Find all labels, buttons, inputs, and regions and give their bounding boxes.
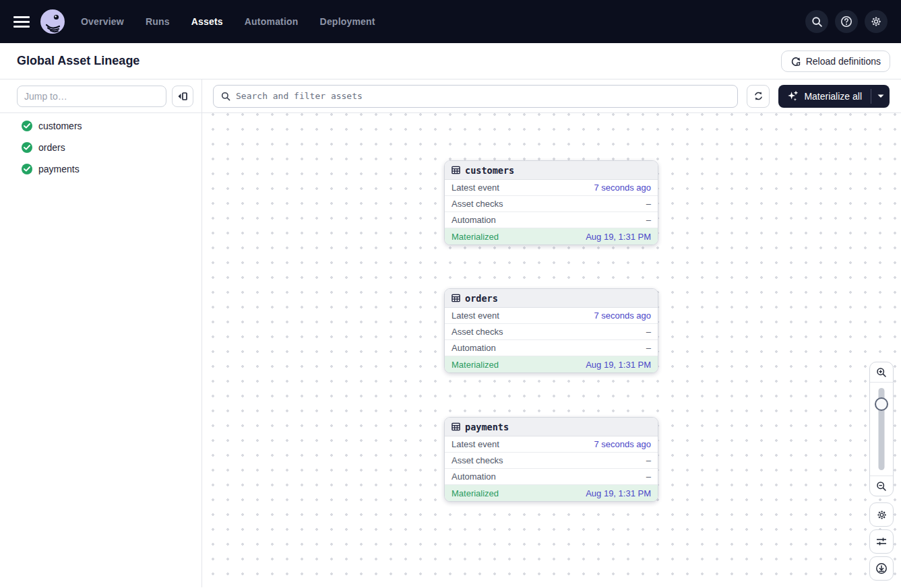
materialized-timestamp[interactable]: Aug 19, 1:31 PM [586,232,651,242]
download-image-button[interactable] [869,556,894,581]
graph-settings-button[interactable] [869,502,894,527]
reload-definitions-label: Reload definitions [806,56,881,67]
status-badge: Materialized [452,232,499,242]
asset-node-payments[interactable]: payments Latest event 7 seconds ago Asse… [444,417,658,502]
table-icon [452,294,460,302]
nav-item-runs[interactable]: Runs [146,16,170,27]
asset-search-box[interactable] [213,85,738,108]
materialized-check-icon [22,164,32,174]
zoom-in-icon [876,367,887,378]
reload-definitions-button[interactable]: Reload definitions [781,51,890,72]
materialized-status-row: Materialized Aug 19, 1:31 PM [445,485,658,501]
asset-search-input[interactable] [236,91,730,101]
hamburger-menu-icon[interactable] [13,13,31,30]
latest-event-row: Latest event 7 seconds ago [445,180,658,196]
chevron-down-icon [877,94,884,98]
automation-row: Automation – [445,212,658,228]
row-label: Asset checks [452,199,503,209]
settings-icon[interactable] [865,10,888,33]
materialized-status-row: Materialized Aug 19, 1:31 PM [445,356,658,372]
collapse-sidebar-button[interactable] [172,86,193,107]
row-value: – [646,455,651,465]
lineage-graph-canvas[interactable]: customers Latest event 7 seconds ago Ass… [202,113,901,587]
refresh-graph-button[interactable] [747,85,770,108]
asset-node-header[interactable]: payments [445,418,658,436]
asset-name: orders [38,142,65,153]
top-navigation-bar: Overview Runs Assets Automation Deployme… [0,0,901,43]
materialize-all-label: Materialize all [804,91,862,102]
automation-row: Automation – [445,340,658,356]
zoom-out-button[interactable] [870,476,893,496]
zoom-out-icon [876,481,887,492]
materialized-timestamp[interactable]: Aug 19, 1:31 PM [586,360,651,370]
asset-node-title: orders [465,293,498,304]
sidebar-item-payments[interactable]: payments [0,158,201,180]
row-value: – [646,343,651,353]
materialized-check-icon [22,121,32,131]
asset-node-orders[interactable]: orders Latest event 7 seconds ago Asset … [444,288,658,373]
asset-node-header[interactable]: customers [445,161,658,180]
nav-right-actions [805,10,888,33]
sliders-icon [876,537,887,546]
row-label: Asset checks [452,327,503,337]
jump-to-input[interactable] [17,86,166,107]
gear-icon [876,509,888,521]
lineage-main-area: Materialize all customers Latest event 7… [202,79,901,587]
page-header: Global Asset Lineage Reload definitions [0,43,901,79]
asset-checks-row: Asset checks – [445,453,658,469]
primary-nav: Overview Runs Assets Automation Deployme… [81,16,375,27]
asset-node-title: customers [465,165,514,176]
row-value: – [646,327,651,337]
materialized-status-row: Materialized Aug 19, 1:31 PM [445,228,658,244]
row-label: Latest event [452,183,499,193]
sidebar-toolbar [0,79,201,113]
latest-event-time[interactable]: 7 seconds ago [594,439,651,449]
refresh-cycle-icon [753,90,764,102]
zoom-controls [869,362,894,496]
zoom-slider[interactable] [870,383,893,476]
reload-icon [790,56,801,67]
sidebar-item-orders[interactable]: orders [0,137,201,158]
nav-item-overview[interactable]: Overview [81,16,124,27]
automation-row: Automation – [445,469,658,485]
row-value: – [646,199,651,209]
latest-event-row: Latest event 7 seconds ago [445,436,658,453]
page-title: Global Asset Lineage [17,54,139,68]
zoom-slider-handle[interactable] [875,397,888,411]
materialized-timestamp[interactable]: Aug 19, 1:31 PM [586,488,651,498]
row-label: Latest event [452,311,499,321]
asset-name: customers [38,121,82,131]
download-icon [875,562,888,575]
asset-sidebar: customers orders payments [0,79,202,587]
materialized-check-icon [22,142,32,153]
materialize-dropdown-caret[interactable] [871,85,890,108]
nav-item-automation[interactable]: Automation [245,16,299,27]
row-label: Latest event [452,439,499,449]
row-value: – [646,471,651,482]
row-label: Automation [452,343,496,353]
asset-node-header[interactable]: orders [445,289,658,308]
asset-name: payments [38,164,80,174]
materialize-all-button-group: Materialize all [778,85,890,108]
asset-checks-row: Asset checks – [445,324,658,340]
graph-filters-button[interactable] [869,529,894,554]
asset-node-customers[interactable]: customers Latest event 7 seconds ago Ass… [444,160,658,245]
materialize-all-button[interactable]: Materialize all [778,85,871,108]
latest-event-row: Latest event 7 seconds ago [445,308,658,324]
asset-node-title: payments [465,422,509,432]
latest-event-time[interactable]: 7 seconds ago [594,183,651,193]
search-icon[interactable] [805,10,828,33]
row-label: Automation [452,215,496,225]
row-value: – [646,215,651,225]
sparkle-icon [787,90,799,102]
latest-event-time[interactable]: 7 seconds ago [594,311,651,321]
nav-item-assets[interactable]: Assets [191,16,223,27]
sidebar-item-customers[interactable]: customers [0,115,201,137]
status-badge: Materialized [452,360,499,370]
nav-item-deployment[interactable]: Deployment [320,16,375,27]
row-label: Asset checks [452,455,503,465]
dagster-logo-icon[interactable] [40,9,65,34]
zoom-in-button[interactable] [870,362,893,383]
status-badge: Materialized [452,488,499,498]
help-icon[interactable] [835,10,858,33]
